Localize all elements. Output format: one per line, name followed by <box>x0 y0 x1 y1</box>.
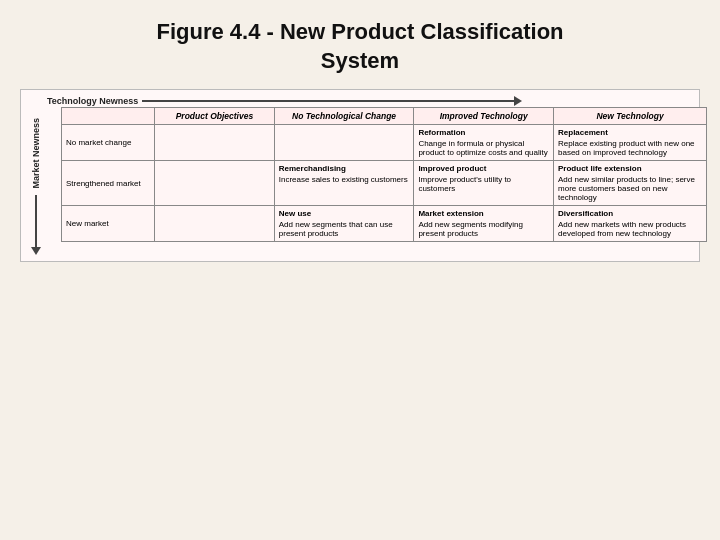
cell-r3-c2-title: New use <box>279 209 410 218</box>
cell-r3-c4-title: Diversification <box>558 209 702 218</box>
header-col0 <box>62 108 155 125</box>
cell-r3-c3: Market extension Add new segments modify… <box>414 206 554 242</box>
row-label-2: Strengthened market <box>62 161 155 206</box>
cell-r2-c4: Product life extension Add new similar p… <box>554 161 707 206</box>
page-title: Figure 4.4 - New Product Classification … <box>156 18 563 75</box>
cell-r1-c3-body: Change in formula or physical product to… <box>418 139 547 157</box>
cell-r3-c4-body: Add new markets with new products develo… <box>558 220 686 238</box>
cell-r3-c3-body: Add new segments modifying present produ… <box>418 220 523 238</box>
cell-r3-c4: Diversification Add new markets with new… <box>554 206 707 242</box>
cell-r2-c2-body: Increase sales to existing customers <box>279 175 408 184</box>
cell-r3-c3-title: Market extension <box>418 209 549 218</box>
cell-r1-c2 <box>274 125 414 161</box>
table-row: No market change Reformation Change in f… <box>62 125 707 161</box>
cell-r2-c2: Remerchandising Increase sales to existi… <box>274 161 414 206</box>
cell-r2-c4-body: Add new similar products to line; serve … <box>558 175 695 202</box>
header-col2: No Technological Change <box>274 108 414 125</box>
row-label-1: No market change <box>62 125 155 161</box>
cell-r3-c2: New use Add new segments that can use pr… <box>274 206 414 242</box>
x-axis-arrow <box>142 96 522 106</box>
cell-r3-c2-body: Add new segments that can use present pr… <box>279 220 393 238</box>
x-axis-label: Technology Newness <box>47 96 138 106</box>
cell-r2-c3-body: Improve product's utility to customers <box>418 175 511 193</box>
cell-r1-c4: Replacement Replace existing product wit… <box>554 125 707 161</box>
cell-r2-c1 <box>155 161 275 206</box>
header-col4: New Technology <box>554 108 707 125</box>
table-row: New market New use Add new segments that… <box>62 206 707 242</box>
cell-r1-c3-title: Reformation <box>418 128 549 137</box>
row-label-3: New market <box>62 206 155 242</box>
header-col1: Product Objectives <box>155 108 275 125</box>
y-axis-arrow <box>31 195 41 255</box>
table-row: Strengthened market Remerchandising Incr… <box>62 161 707 206</box>
classification-table: Product Objectives No Technological Chan… <box>61 107 707 242</box>
cell-r2-c2-title: Remerchandising <box>279 164 410 173</box>
cell-r2-c3-title: Improved product <box>418 164 549 173</box>
cell-r1-c3: Reformation Change in formula or physica… <box>414 125 554 161</box>
y-axis-label: Market Newness <box>31 118 41 189</box>
cell-r1-c4-body: Replace existing product with new one ba… <box>558 139 695 157</box>
tech-newness-axis: Technology Newness <box>47 96 693 106</box>
header-col3: Improved Technology <box>414 108 554 125</box>
cell-r1-c4-title: Replacement <box>558 128 702 137</box>
cell-r3-c1 <box>155 206 275 242</box>
cell-r2-c4-title: Product life extension <box>558 164 702 173</box>
cell-r1-c1 <box>155 125 275 161</box>
cell-r2-c3: Improved product Improve product's utili… <box>414 161 554 206</box>
diagram-container: Market Newness Technology Newness Produc… <box>20 89 700 262</box>
market-newness-axis: Market Newness <box>27 96 45 255</box>
